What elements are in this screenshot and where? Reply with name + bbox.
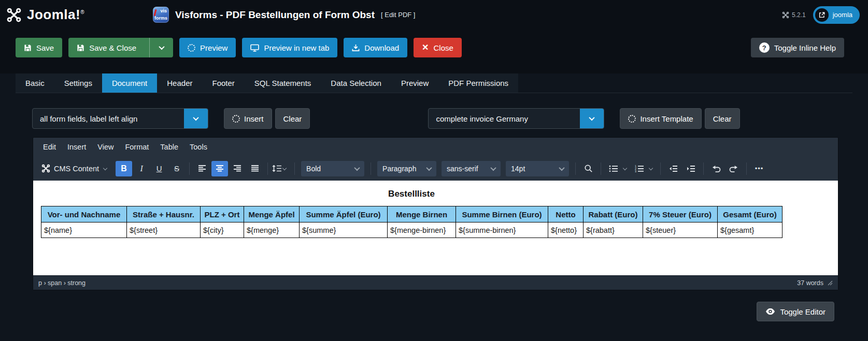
clear-template-button[interactable]: Clear <box>705 108 740 129</box>
line-height-button[interactable] <box>272 161 290 176</box>
resize-grip[interactable] <box>828 280 833 286</box>
indent-button[interactable] <box>682 161 699 176</box>
tab-footer[interactable]: Footer <box>202 73 244 93</box>
user-menu-badge[interactable]: joomla <box>813 6 860 24</box>
tab-document[interactable]: Document <box>102 73 157 93</box>
undo-button[interactable] <box>708 161 724 176</box>
save-button[interactable]: Save <box>16 38 62 57</box>
element-path[interactable]: p › span › strong <box>38 279 86 287</box>
tab-header[interactable]: Header <box>157 73 202 93</box>
bold-button[interactable]: B <box>116 161 132 176</box>
underline-button[interactable]: U <box>151 161 167 176</box>
preview-new-tab-button[interactable]: Preview in new tab <box>242 38 337 57</box>
italic-button[interactable]: I <box>133 161 150 176</box>
form-fields-select-toggle[interactable] <box>184 109 208 128</box>
outdent-button[interactable] <box>665 161 681 176</box>
page-title-suffix: [ Edit PDF ] <box>381 11 415 19</box>
chevron-down-icon[interactable] <box>623 166 627 170</box>
template-select-toggle[interactable] <box>580 109 604 128</box>
col-header: Summe Birnen (Euro) <box>456 206 548 223</box>
version-number: 5.2.1 <box>792 11 806 19</box>
tab-basic[interactable]: Basic <box>16 73 54 93</box>
blocks-select-value: Paragraph <box>382 165 416 173</box>
close-label: Close <box>433 43 453 52</box>
col-header: Vor- und Nachname <box>41 206 127 223</box>
strikethrough-button[interactable]: S <box>168 161 185 176</box>
tab-strip: Basic Settings Document Header Footer SQ… <box>16 73 852 93</box>
word-count[interactable]: 37 words <box>797 279 823 287</box>
save-close-dropdown-toggle[interactable] <box>149 38 173 57</box>
search-button[interactable] <box>580 161 596 176</box>
spinner-icon <box>188 44 195 52</box>
preview-button[interactable]: Preview <box>179 38 236 57</box>
joomla-brand[interactable]: Joomla!® <box>6 7 153 23</box>
toolbar-separator <box>746 162 747 175</box>
col-header: Menge Äpfel <box>244 206 300 223</box>
align-center-button[interactable] <box>211 161 228 176</box>
justify-button[interactable] <box>247 161 263 176</box>
close-button[interactable]: ✕ Close <box>414 38 462 57</box>
download-label: Download <box>364 43 399 52</box>
justify-icon <box>251 165 259 172</box>
align-right-button[interactable] <box>229 161 246 176</box>
preview-label: Preview <box>200 43 227 52</box>
chevron-down-icon <box>193 115 198 121</box>
form-fields-select[interactable]: all form fields, label left align <box>32 108 208 129</box>
tab-sql-statements[interactable]: SQL Statements <box>245 73 321 93</box>
chevron-down-icon <box>559 165 564 170</box>
editor-canvas[interactable]: Bestellliste Vor- und Nachname Straße + … <box>33 181 838 275</box>
toolbar-separator <box>703 162 704 175</box>
tab-data-selection[interactable]: Data Selection <box>321 73 391 93</box>
more-toolbar-button[interactable]: ••• <box>751 161 767 176</box>
action-toolbar: Save Save & Close Preview Preview in new… <box>0 29 868 73</box>
chevron-down-icon <box>354 165 360 170</box>
preview-new-tab-label: Preview in new tab <box>264 43 329 52</box>
insert-label: Insert <box>244 114 264 123</box>
template-select-value: complete invoice Germany <box>429 109 580 128</box>
download-button[interactable]: Download <box>344 38 407 57</box>
toggle-editor-label: Toggle Editor <box>780 307 826 316</box>
tab-settings[interactable]: Settings <box>54 73 102 93</box>
font-size-select[interactable]: 14pt <box>506 161 569 176</box>
toolbar-separator <box>189 162 190 175</box>
clear-label: Clear <box>283 114 302 123</box>
menu-view[interactable]: View <box>92 140 119 154</box>
align-left-button[interactable] <box>194 161 210 176</box>
download-icon <box>352 44 360 52</box>
insert-template-button[interactable]: Insert Template <box>620 108 701 129</box>
blocks-select[interactable]: Paragraph <box>377 161 436 176</box>
tab-preview[interactable]: Preview <box>391 73 438 93</box>
tab-pdf-permissions[interactable]: PDF Permissions <box>438 73 518 93</box>
clear-field-button[interactable]: Clear <box>275 108 310 129</box>
joomla-logo-icon <box>6 7 22 23</box>
col-header: Summe Äpfel (Euro) <box>300 206 388 223</box>
font-size-select-value: 14pt <box>511 165 525 173</box>
external-link-icon <box>815 8 829 22</box>
redo-button[interactable] <box>725 161 742 176</box>
save-close-button[interactable]: Save & Close <box>68 38 173 57</box>
chevron-down-icon <box>282 166 287 170</box>
font-family-select[interactable]: sans-serif <box>442 161 501 176</box>
cms-content-button[interactable]: CMS Content <box>37 161 115 176</box>
menu-insert[interactable]: Insert <box>62 140 92 154</box>
chevron-down-icon[interactable] <box>649 166 653 170</box>
toggle-inline-help-button[interactable]: ? Toggle Inline Help <box>751 38 844 57</box>
menu-edit[interactable]: Edit <box>37 140 62 154</box>
menu-format[interactable]: Format <box>119 140 154 154</box>
col-header: 7% Steuer (Euro) <box>643 206 718 223</box>
styles-select[interactable]: Bold <box>301 161 364 176</box>
menu-tools[interactable]: Tools <box>184 140 213 154</box>
editor-statusbar: p › span › strong 37 words <box>33 275 838 290</box>
save-close-label: Save & Close <box>89 43 136 52</box>
menu-table[interactable]: Table <box>154 140 184 154</box>
bullet-list-button[interactable] <box>605 161 622 176</box>
template-select[interactable]: complete invoice Germany <box>428 108 604 129</box>
col-header: Netto <box>548 206 584 223</box>
joomla-version-icon <box>782 11 789 19</box>
more-icon: ••• <box>755 165 764 172</box>
table-cell: ${steuer} <box>643 223 718 238</box>
toggle-editor-button[interactable]: Toggle Editor <box>757 302 834 321</box>
insert-field-button[interactable]: Insert <box>224 108 272 129</box>
numbered-list-button[interactable]: 123 <box>631 161 648 176</box>
font-family-select-value: sans-serif <box>447 165 478 173</box>
